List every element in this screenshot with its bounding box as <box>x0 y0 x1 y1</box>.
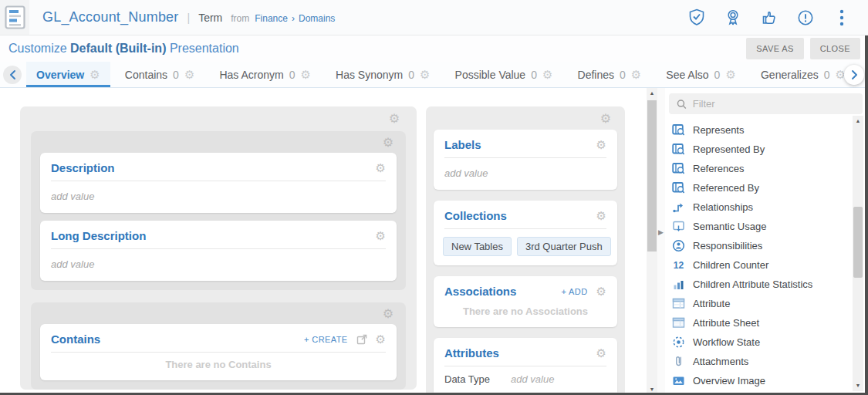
kebab-menu-icon[interactable] <box>833 8 851 27</box>
asset-header: GL_Account_Number | Term from Finance › … <box>0 0 868 35</box>
card-title: Description <box>51 161 115 174</box>
add-value-field[interactable]: add value <box>511 373 554 385</box>
image-icon <box>672 374 685 387</box>
gear-icon[interactable]: ⚙ <box>725 69 735 80</box>
collections-card: Collections ⚙ New Tables 3rd Quarter Pus… <box>434 201 617 265</box>
close-button[interactable]: CLOSE <box>810 38 860 59</box>
workflow-state-icon <box>672 336 685 349</box>
gear-icon[interactable]: ⚙ <box>376 162 386 174</box>
collection-chips: New Tables 3rd Quarter Push <box>434 229 617 265</box>
panel-splitter[interactable]: ▶ <box>657 88 665 395</box>
scroll-up-arrow-icon[interactable]: ▲ <box>853 117 863 125</box>
tab-see-also[interactable]: See Also 0 ⚙ <box>656 62 746 87</box>
breadcrumb-current-link[interactable]: Domains <box>299 13 335 24</box>
scrollbar-thumb[interactable] <box>647 100 657 252</box>
thumbs-up-icon[interactable] <box>760 8 778 27</box>
list-item-children-attribute-statistics[interactable]: Children Attribute Statistics <box>672 275 851 294</box>
list-item-represented-by[interactable]: Represented By <box>672 140 851 159</box>
semantic-usage-icon <box>672 220 685 233</box>
customize-bar: Customize Default (Built-in) Presentatio… <box>0 35 868 62</box>
tab-strip: Overview ⚙ Contains 0 ⚙ Has Acronym 0 ⚙ … <box>26 62 856 87</box>
list-item-attribute[interactable]: Attribute <box>672 294 851 313</box>
gear-icon[interactable]: ⚙ <box>631 69 641 80</box>
tab-possible-value[interactable]: Possible Value 0 ⚙ <box>445 62 563 87</box>
tab-count: 0 <box>714 69 721 81</box>
customize-prefix: Customize <box>8 42 67 55</box>
tab-generalizes[interactable]: Generalizes 0 ⚙ <box>751 62 856 87</box>
sidebar-scrollbar[interactable]: ▲ ▼ <box>853 116 863 391</box>
customize-presentation-name: Default (Built-in) <box>70 42 166 55</box>
attributes-card: Attributes ⚙ Data Type add value Busines… <box>434 338 617 395</box>
gear-icon[interactable]: ⚙ <box>596 285 606 297</box>
list-item-semantic-usage[interactable]: Semantic Usage <box>672 217 851 236</box>
main-scrollbar[interactable]: ▲ ▼ <box>647 88 657 395</box>
list-item-references[interactable]: References <box>672 159 851 178</box>
card-title: Attributes <box>444 346 499 360</box>
gear-icon[interactable]: ⚙ <box>420 69 430 80</box>
chevron-left-icon <box>9 69 16 80</box>
collapse-arrow-icon[interactable]: ▶ <box>658 228 664 236</box>
gear-icon[interactable]: ⚙ <box>184 69 194 80</box>
list-item-workflow-state[interactable]: Workflow State <box>672 333 851 352</box>
tabs-scroll-left-button[interactable] <box>3 66 22 84</box>
scroll-up-arrow-icon[interactable]: ▲ <box>647 89 657 97</box>
alert-circle-icon[interactable] <box>796 8 815 27</box>
gear-icon[interactable]: ⚙ <box>600 113 611 125</box>
gear-icon[interactable]: ⚙ <box>376 230 386 241</box>
from-label: from <box>231 13 249 24</box>
gear-icon[interactable]: ⚙ <box>596 210 606 221</box>
collection-chip[interactable]: 3rd Quarter Push <box>517 237 611 256</box>
counter-icon: 12 <box>672 258 685 272</box>
list-item-responsibilities[interactable]: Responsibilities <box>672 236 851 255</box>
scroll-down-arrow-icon[interactable]: ▼ <box>853 382 863 390</box>
list-item-attachments[interactable]: Attachments <box>672 352 851 371</box>
title-divider: | <box>187 12 191 24</box>
tab-has-synonym[interactable]: Has Synonym 0 ⚙ <box>326 62 440 87</box>
list-item-relationships[interactable]: Relationships <box>672 198 851 217</box>
long-description-card: Long Description ⚙ add value <box>40 221 397 281</box>
empty-state-text: There are no Associations <box>434 304 617 327</box>
add-button[interactable]: + ADD <box>561 287 587 296</box>
filter-input[interactable] <box>693 98 855 110</box>
add-value-field[interactable]: add value <box>51 191 94 202</box>
gear-icon[interactable]: ⚙ <box>301 69 311 80</box>
tab-contains[interactable]: Contains 0 ⚙ <box>115 62 205 87</box>
contains-card: Contains + CREATE ⚙ <box>40 324 397 380</box>
save-as-button[interactable]: SAVE AS <box>746 38 803 59</box>
collection-chip[interactable]: New Tables <box>443 237 512 256</box>
tab-count: 0 <box>824 69 830 81</box>
gear-icon[interactable]: ⚙ <box>596 347 606 359</box>
gear-icon[interactable]: ⚙ <box>542 69 552 80</box>
list-item-attribute-sheet[interactable]: Attribute Sheet <box>672 313 851 333</box>
gear-icon[interactable]: ⚙ <box>596 139 606 150</box>
shield-check-icon[interactable] <box>687 8 706 27</box>
breadcrumb-parent-link[interactable]: Finance <box>255 13 288 24</box>
scrollbar-thumb[interactable] <box>853 207 863 278</box>
list-item-overview-image[interactable]: Overview Image <box>672 371 851 390</box>
list-item-children-counter[interactable]: 12 Children Counter <box>672 255 851 275</box>
card-title: Contains <box>51 333 100 346</box>
tab-defines[interactable]: Defines 0 ⚙ <box>568 62 652 87</box>
gear-icon[interactable]: ⚙ <box>389 113 400 125</box>
list-item-referenced-by[interactable]: Referenced By <box>672 178 851 198</box>
tab-overview[interactable]: Overview ⚙ <box>26 62 110 87</box>
list-item-represents[interactable]: Represents <box>672 120 851 140</box>
certification-rosette-icon[interactable] <box>724 8 742 27</box>
table-search-icon <box>672 162 685 175</box>
window-edge-right <box>865 35 868 395</box>
add-value-field[interactable]: add value <box>444 167 488 179</box>
open-in-new-icon[interactable] <box>356 334 367 345</box>
empty-state-text: There are no Contains <box>40 353 397 380</box>
gear-icon[interactable]: ⚙ <box>376 333 386 345</box>
relationship-arrow-icon <box>672 201 685 214</box>
tab-has-acronym[interactable]: Has Acronym 0 ⚙ <box>209 62 321 87</box>
card-title: Associations <box>444 285 516 298</box>
add-value-field[interactable]: add value <box>51 258 94 270</box>
tabs-scroll-right-button[interactable] <box>844 65 864 85</box>
gear-icon[interactable]: ⚙ <box>90 69 100 80</box>
table-search-icon <box>672 143 685 156</box>
gear-icon[interactable]: ⚙ <box>383 137 393 149</box>
create-button[interactable]: + CREATE <box>304 335 347 344</box>
gear-icon[interactable]: ⚙ <box>383 308 393 320</box>
card-title: Long Description <box>51 229 146 242</box>
